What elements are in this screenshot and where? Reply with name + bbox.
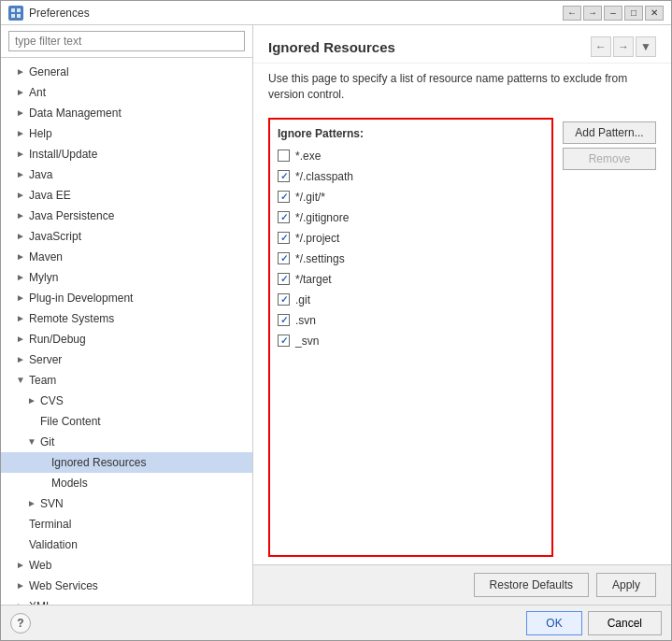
- arrow-icon: ►: [16, 187, 25, 204]
- pattern-text: */.gitignore: [295, 209, 349, 226]
- sidebar-item-remote-systems[interactable]: ► Remote Systems: [1, 308, 252, 329]
- sidebar-item-file-content[interactable]: ► File Content: [1, 411, 252, 432]
- arrow-icon: ►: [27, 495, 36, 512]
- maximize-button[interactable]: □: [624, 6, 643, 21]
- sidebar-item-plugin-dev[interactable]: ► Plug-in Development: [1, 288, 252, 308]
- sidebar-item-java-ee[interactable]: ► Java EE: [1, 185, 252, 206]
- sidebar-item-terminal[interactable]: ► Terminal: [1, 514, 252, 534]
- sidebar-item-java-persistence[interactable]: ► Java Persistence: [1, 206, 252, 226]
- sidebar-item-web-services[interactable]: ► Web Services: [1, 576, 252, 596]
- pattern-row: .svn: [278, 310, 544, 331]
- nav-forward-button[interactable]: →: [613, 36, 634, 57]
- apply-button[interactable]: Apply: [596, 573, 656, 597]
- arrow-icon: ►: [16, 598, 25, 605]
- arrow-icon: ►: [16, 269, 25, 286]
- main-area: ► General ► Ant ► Data Management ► Help…: [1, 25, 671, 605]
- pattern-text: */.project: [295, 230, 339, 247]
- pattern-text: *.exe: [295, 148, 321, 164]
- sidebar-item-javascript[interactable]: ► JavaScript: [1, 226, 252, 247]
- sidebar-item-team[interactable]: ▼ Team: [1, 370, 252, 391]
- window-title: Preferences: [29, 7, 90, 20]
- close-button[interactable]: ✕: [645, 6, 664, 21]
- svg-rect-1: [17, 8, 21, 12]
- restore-defaults-button[interactable]: Restore Defaults: [474, 573, 589, 597]
- pattern-checkbox[interactable]: [278, 273, 290, 285]
- nav-back-button[interactable]: ←: [591, 36, 611, 57]
- sidebar-item-mylyn[interactable]: ► Mylyn: [1, 267, 252, 288]
- pattern-checkbox[interactable]: [278, 252, 290, 264]
- page-title: Ignored Resources: [268, 39, 395, 55]
- window-controls: ← → – □ ✕: [563, 6, 664, 21]
- sidebar-item-xml[interactable]: ► XML: [1, 596, 252, 605]
- pattern-row: */.classpath: [278, 166, 544, 187]
- sidebar-item-help[interactable]: ► Help: [1, 123, 252, 144]
- sidebar-item-data-management[interactable]: ► Data Management: [1, 103, 252, 123]
- minimize-button[interactable]: –: [604, 6, 622, 21]
- pattern-checkbox[interactable]: [278, 293, 290, 306]
- arrow-icon: ►: [16, 125, 25, 142]
- pattern-checkbox[interactable]: [278, 170, 290, 182]
- sidebar-item-validation[interactable]: ► Validation: [1, 534, 252, 555]
- pattern-row: */target: [278, 269, 544, 290]
- window-icon: [8, 6, 23, 21]
- pattern-row: */.gitignore: [278, 207, 544, 228]
- sidebar-item-general[interactable]: ► General: [1, 62, 252, 82]
- pattern-text: .svn: [295, 312, 316, 329]
- search-box: [1, 25, 252, 58]
- arrow-icon: ►: [16, 290, 25, 306]
- search-input[interactable]: [8, 31, 245, 51]
- pattern-text: */target: [295, 271, 332, 288]
- ok-button[interactable]: OK: [526, 611, 581, 635]
- sidebar-item-ignored-resources[interactable]: ► Ignored Resources: [1, 452, 252, 473]
- pattern-checkbox[interactable]: [278, 150, 290, 162]
- arrow-icon: ►: [27, 392, 36, 409]
- pattern-row: */.project: [278, 228, 544, 249]
- content-main: Ignore Patterns: *.exe*/.classpath*/.git…: [253, 110, 671, 564]
- add-pattern-button[interactable]: Add Pattern...: [563, 121, 656, 144]
- arrow-icon: ►: [16, 105, 25, 121]
- pattern-checkbox[interactable]: [278, 232, 290, 244]
- arrow-open-icon: ▼: [27, 434, 36, 450]
- svg-rect-3: [17, 14, 21, 18]
- sidebar-item-ant[interactable]: ► Ant: [1, 82, 252, 103]
- svg-rect-0: [11, 8, 15, 12]
- sidebar-item-cvs[interactable]: ► CVS: [1, 391, 252, 411]
- sidebar-item-install-update[interactable]: ► Install/Update: [1, 144, 252, 164]
- pattern-row: .git: [278, 290, 544, 310]
- arrow-icon: ►: [16, 146, 25, 163]
- arrow-icon: ►: [16, 310, 25, 327]
- pattern-checkbox[interactable]: [278, 314, 290, 326]
- sidebar-item-maven[interactable]: ► Maven: [1, 247, 252, 267]
- pattern-text: */.settings: [295, 250, 345, 267]
- patterns-box: Ignore Patterns: *.exe*/.classpath*/.git…: [268, 118, 553, 557]
- arrow-icon: ►: [16, 166, 25, 183]
- content-area: Ignored Resources ← → ▼ Use this page to…: [253, 25, 671, 605]
- forward-button[interactable]: →: [583, 6, 602, 21]
- pattern-checkbox[interactable]: [278, 211, 290, 223]
- sidebar-item-models[interactable]: ► Models: [1, 473, 252, 493]
- sidebar-item-server[interactable]: ► Server: [1, 349, 252, 370]
- nav-dropdown-button[interactable]: ▼: [636, 36, 656, 57]
- sidebar-item-web[interactable]: ► Web: [1, 555, 252, 576]
- content-header: Ignored Resources ← → ▼: [253, 25, 671, 64]
- sidebar-item-java[interactable]: ► Java: [1, 164, 252, 185]
- pattern-text: _svn: [295, 333, 319, 349]
- remove-button[interactable]: Remove: [563, 148, 656, 170]
- arrow-icon: ►: [16, 331, 25, 348]
- sidebar-item-git[interactable]: ▼ Git: [1, 432, 252, 452]
- cancel-button[interactable]: Cancel: [588, 611, 662, 635]
- pattern-row: */.git/*: [278, 187, 544, 207]
- arrow-icon: ►: [16, 228, 25, 245]
- arrow-icon: ►: [16, 64, 25, 80]
- pattern-checkbox[interactable]: [278, 191, 290, 203]
- pattern-text: */.git/*: [295, 189, 325, 206]
- back-button[interactable]: ←: [563, 6, 581, 21]
- help-button[interactable]: ?: [10, 613, 31, 634]
- nav-buttons: ← → ▼: [591, 36, 656, 57]
- svg-rect-2: [11, 14, 15, 18]
- sidebar-item-svn[interactable]: ► SVN: [1, 493, 252, 514]
- sidebar-item-run-debug[interactable]: ► Run/Debug: [1, 329, 252, 349]
- arrow-icon: ►: [16, 557, 25, 574]
- pattern-checkbox[interactable]: [278, 335, 290, 347]
- content-description: Use this page to specify a list of resou…: [253, 64, 671, 110]
